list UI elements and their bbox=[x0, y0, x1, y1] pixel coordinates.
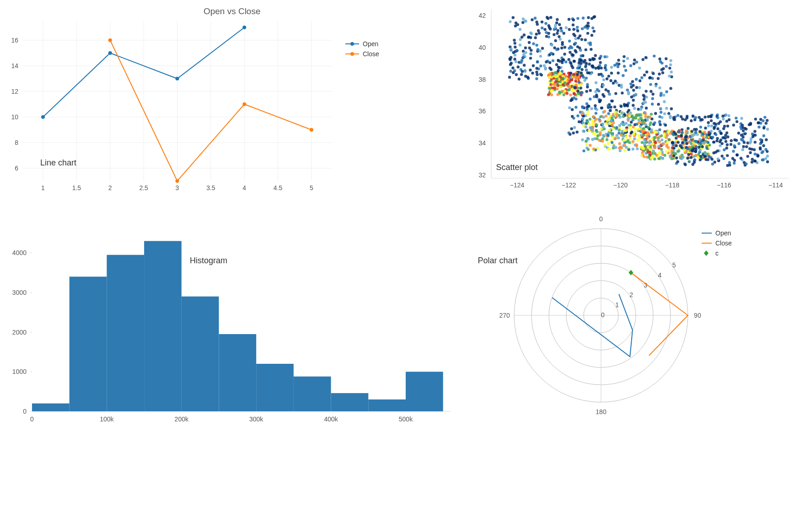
svg-point-525 bbox=[660, 111, 662, 113]
svg-point-114 bbox=[536, 77, 538, 80]
svg-point-983 bbox=[607, 134, 609, 137]
svg-point-1657 bbox=[751, 161, 753, 164]
svg-point-274 bbox=[576, 45, 579, 48]
svg-point-736 bbox=[621, 91, 624, 94]
svg-point-1487 bbox=[766, 150, 768, 153]
svg-point-1390 bbox=[654, 136, 656, 138]
svg-point-171 bbox=[514, 42, 516, 44]
svg-rect-1700 bbox=[219, 334, 256, 411]
svg-point-940 bbox=[589, 144, 592, 147]
svg-point-662 bbox=[624, 69, 627, 72]
svg-point-275 bbox=[558, 23, 561, 26]
svg-point-815 bbox=[635, 78, 638, 80]
svg-point-1571 bbox=[742, 129, 745, 132]
svg-point-598 bbox=[585, 90, 588, 93]
svg-point-1362 bbox=[660, 138, 663, 141]
svg-point-75 bbox=[524, 47, 527, 49]
svg-point-622 bbox=[577, 90, 580, 92]
svg-point-35 bbox=[176, 179, 179, 183]
svg-point-1656 bbox=[692, 163, 694, 165]
svg-point-718 bbox=[585, 65, 587, 68]
svg-point-1605 bbox=[726, 154, 729, 157]
svg-point-1603 bbox=[713, 127, 716, 130]
svg-point-221 bbox=[515, 73, 518, 76]
svg-point-920 bbox=[628, 148, 630, 151]
histogram-panel: 010002000300040000100k200k300k400k500k H… bbox=[0, 197, 464, 434]
svg-point-77 bbox=[514, 58, 516, 60]
svg-point-295 bbox=[509, 58, 512, 61]
svg-point-1562 bbox=[766, 119, 768, 122]
svg-point-1352 bbox=[644, 139, 647, 142]
svg-text:−120: −120 bbox=[613, 181, 628, 189]
svg-point-245 bbox=[509, 20, 512, 23]
polar-panel: 090180270012345OpenClosec Polar chart bbox=[464, 197, 800, 434]
svg-point-200 bbox=[539, 55, 542, 58]
svg-point-473 bbox=[573, 92, 576, 95]
svg-point-796 bbox=[586, 106, 589, 108]
svg-point-948 bbox=[589, 118, 591, 121]
svg-point-1528 bbox=[680, 115, 682, 118]
svg-point-804 bbox=[570, 128, 573, 130]
svg-point-1588 bbox=[754, 153, 757, 155]
svg-text:−116: −116 bbox=[717, 181, 731, 189]
svg-point-1560 bbox=[671, 133, 674, 135]
svg-point-1045 bbox=[628, 115, 631, 117]
svg-point-90 bbox=[563, 32, 565, 34]
svg-text:2000: 2000 bbox=[12, 329, 27, 336]
svg-point-208 bbox=[513, 39, 516, 42]
svg-point-535 bbox=[635, 86, 638, 89]
svg-point-1451 bbox=[723, 148, 726, 151]
svg-text:42: 42 bbox=[479, 12, 486, 19]
svg-text:3000: 3000 bbox=[12, 289, 27, 296]
svg-point-128 bbox=[576, 29, 579, 32]
svg-point-549 bbox=[642, 94, 645, 96]
svg-point-1044 bbox=[611, 124, 614, 127]
svg-point-1001 bbox=[611, 141, 613, 144]
svg-text:40: 40 bbox=[479, 44, 486, 51]
svg-point-1677 bbox=[762, 144, 765, 147]
svg-point-1530 bbox=[766, 128, 769, 131]
svg-point-925 bbox=[632, 148, 634, 150]
svg-point-1055 bbox=[623, 123, 626, 126]
svg-point-1481 bbox=[693, 128, 696, 131]
svg-point-641 bbox=[666, 90, 668, 93]
svg-point-839 bbox=[644, 115, 647, 118]
svg-point-151 bbox=[552, 59, 554, 62]
svg-point-558 bbox=[659, 86, 661, 89]
svg-point-314 bbox=[574, 34, 576, 37]
svg-point-1513 bbox=[682, 156, 684, 159]
svg-point-1305 bbox=[642, 147, 645, 150]
svg-point-1635 bbox=[692, 149, 694, 152]
svg-point-228 bbox=[536, 23, 539, 26]
svg-point-265 bbox=[509, 63, 512, 66]
svg-point-1494 bbox=[706, 147, 709, 149]
svg-text:16: 16 bbox=[11, 37, 18, 44]
svg-point-1574 bbox=[738, 142, 741, 145]
svg-point-768 bbox=[585, 69, 588, 71]
svg-point-437 bbox=[550, 89, 553, 92]
svg-point-772 bbox=[591, 64, 594, 67]
svg-point-154 bbox=[564, 60, 567, 63]
svg-point-1542 bbox=[694, 131, 697, 133]
svg-point-256 bbox=[584, 38, 587, 41]
svg-point-1523 bbox=[681, 117, 684, 120]
svg-point-450 bbox=[580, 83, 582, 86]
svg-text:c: c bbox=[715, 250, 719, 257]
svg-text:3.5: 3.5 bbox=[206, 184, 215, 192]
svg-point-1638 bbox=[757, 122, 760, 124]
svg-point-1673 bbox=[741, 148, 744, 151]
svg-point-1424 bbox=[762, 134, 765, 137]
svg-point-1275 bbox=[647, 145, 650, 148]
svg-point-626 bbox=[659, 58, 661, 60]
svg-point-811 bbox=[668, 74, 671, 77]
svg-point-586 bbox=[653, 54, 655, 57]
svg-point-797 bbox=[652, 72, 655, 75]
svg-point-222 bbox=[555, 48, 558, 51]
svg-point-812 bbox=[601, 122, 604, 125]
svg-point-1076 bbox=[611, 117, 613, 120]
svg-point-1435 bbox=[716, 139, 719, 142]
svg-point-1650 bbox=[749, 142, 752, 144]
svg-point-1014 bbox=[623, 144, 626, 146]
svg-point-1632 bbox=[740, 157, 742, 160]
svg-point-268 bbox=[591, 27, 594, 29]
